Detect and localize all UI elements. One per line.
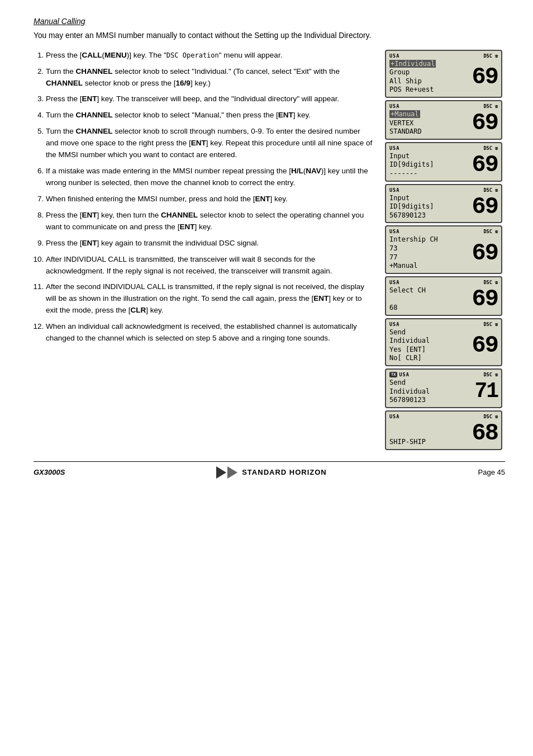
- lcd-display-4: USA DSC ☎ Input ID[9digits] 567890123 69: [385, 184, 502, 224]
- lcd9-usa: USA: [389, 414, 399, 419]
- footer-model: GX3000S: [34, 468, 65, 476]
- footer-page: Page 45: [478, 468, 505, 476]
- lcd-display-8: TX USA DSC ☎ Send Individual 567890123 7…: [385, 368, 502, 408]
- lcd-display-3: USA DSC ☎ Input ID[9digits] ------- 69: [385, 142, 502, 182]
- page-footer: GX3000S STANDARD HORIZON Page 45: [34, 461, 505, 479]
- lcd4-text: Input ID[9digits] 567890123: [389, 194, 469, 220]
- lcd2-text: +Manual VERTEX STANDARD: [389, 110, 469, 136]
- lcd-display-5: USA DSC ☎ Intership CH 73 77 +Manual 69: [385, 225, 502, 273]
- lcd-display-7: USA DSC ☎ Send Individual Yes [ENT] No[ …: [385, 318, 502, 366]
- lcd9-num: 68: [472, 422, 498, 445]
- lcd7-num: 69: [472, 334, 498, 357]
- lcd8-usa: USA: [399, 372, 409, 377]
- step-5: Turn the CHANNEL selector knob to scroll…: [46, 126, 375, 161]
- lcd7-dsc: DSC ☎: [483, 322, 498, 327]
- lcd4-dsc: DSC ☎: [483, 187, 498, 193]
- lcd9-text: SHIP-SHIP: [389, 420, 469, 447]
- lcd3-dsc: DSC ☎: [483, 145, 498, 151]
- lcd7-usa: USA: [389, 322, 399, 327]
- intro-text: You may enter an MMSI number manually to…: [34, 30, 505, 42]
- step-1: Press the [CALL(MENU)] key. The "DSC Ope…: [46, 50, 375, 62]
- footer-brand: STANDARD HORIZON: [242, 468, 327, 476]
- lcd6-text: Select CH 68: [389, 286, 469, 313]
- display-panels: USA DSC ☎ +Individual Group All Ship POS…: [385, 50, 505, 450]
- step-3: Press the [ENT] key. The transceiver wil…: [46, 93, 375, 105]
- lcd5-dsc: DSC ☎: [483, 229, 498, 234]
- lcd1-usa: USA: [389, 53, 399, 59]
- step-7: When finished entering the MMSI number, …: [46, 193, 375, 205]
- lcd6-usa: USA: [389, 280, 399, 285]
- logo-triangles: [216, 466, 237, 479]
- lcd8-text: Send Individual 567890123: [389, 379, 471, 405]
- lcd1-num: 69: [472, 65, 498, 89]
- step-12: When an individual call acknowledgment i…: [46, 321, 375, 344]
- lcd9-dsc: DSC ☎: [483, 414, 498, 419]
- lcd3-usa: USA: [389, 145, 399, 151]
- step-6: If a mistake was made entering in the MM…: [46, 166, 375, 189]
- lcd3-text: Input ID[9digits] -------: [389, 152, 469, 178]
- step-1-bold2: MENU: [104, 51, 127, 59]
- step-11: After the second INDIVIDUAL CALL is tran…: [46, 281, 375, 316]
- triangle-dark: [216, 466, 226, 479]
- lcd-display-6: USA DSC ☎ Select CH 68 69: [385, 276, 502, 316]
- lcd2-usa: USA: [389, 103, 399, 109]
- lcd7-text: Send Individual Yes [ENT] No[ CLR]: [389, 328, 469, 363]
- lcd-display-2: USA DSC ☎ +Manual VERTEX STANDARD 69: [385, 100, 502, 140]
- lcd-display-9: USA DSC ☎ SHIP-SHIP 68: [385, 410, 502, 450]
- lcd4-usa: USA: [389, 187, 399, 193]
- step-4: Turn the CHANNEL selector knob to select…: [46, 110, 375, 121]
- lcd5-text: Intership CH 73 77 +Manual: [389, 235, 469, 270]
- step-8: Press the [ENT] key, then turn the CHANN…: [46, 210, 375, 233]
- lcd8-dsc: DSC ☎: [483, 372, 498, 377]
- lcd8-header-left: TX USA: [389, 372, 410, 377]
- step-9: Press the [ENT] key again to transmit th…: [46, 238, 375, 249]
- lcd8-num: 71: [474, 381, 498, 402]
- lcd8-tx: TX: [389, 372, 397, 377]
- lcd2-num: 69: [472, 111, 498, 135]
- step-10: After INDIVIDUAL CALL is transmitted, th…: [46, 254, 375, 277]
- lcd1-text: +Individual Group All Ship POS Re+uest: [389, 60, 469, 94]
- step-2: Turn the CHANNEL selector knob to select…: [46, 66, 375, 89]
- steps-column: Press the [CALL(MENU)] key. The "DSC Ope…: [34, 50, 375, 450]
- lcd6-dsc: DSC ☎: [483, 280, 498, 285]
- lcd1-dsc: DSC ☎: [483, 53, 498, 59]
- lcd5-usa: USA: [389, 229, 399, 234]
- triangle-light: [227, 466, 237, 479]
- steps-list: Press the [CALL(MENU)] key. The "DSC Ope…: [34, 50, 375, 344]
- lcd3-num: 69: [472, 153, 498, 177]
- lcd6-num: 69: [472, 287, 498, 311]
- lcd5-num: 69: [472, 242, 498, 265]
- lcd-display-1: USA DSC ☎ +Individual Group All Ship POS…: [385, 50, 502, 98]
- step-1-bold: CALL: [82, 51, 102, 59]
- lcd2-dsc: DSC ☎: [483, 103, 498, 109]
- lcd4-num: 69: [472, 195, 498, 219]
- footer-logo: STANDARD HORIZON: [216, 466, 327, 479]
- page-title: Manual Calling: [34, 17, 505, 26]
